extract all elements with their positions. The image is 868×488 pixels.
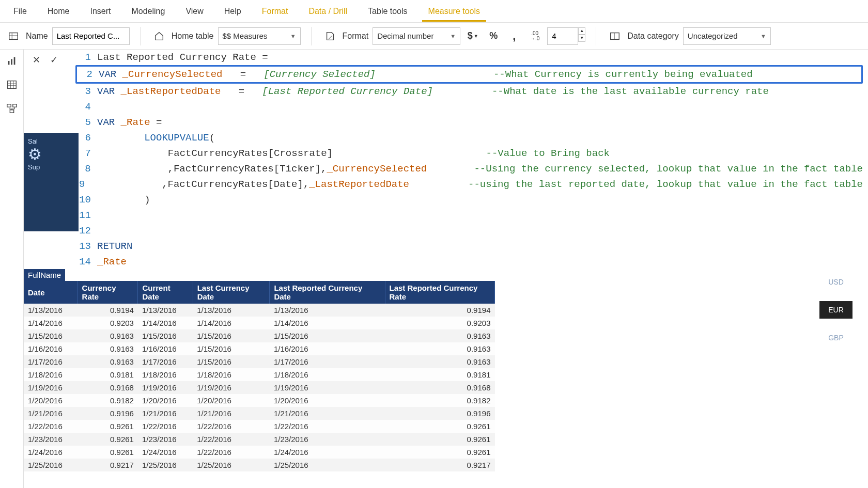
- code-line[interactable]: 12: [75, 223, 863, 239]
- line-number: 2: [77, 67, 99, 82]
- cell: 0.9163: [385, 342, 495, 355]
- menu-insert[interactable]: Insert: [80, 2, 121, 21]
- cell: 1/19/2016: [270, 381, 385, 394]
- table-row[interactable]: 1/14/20160.92031/14/20161/14/20161/14/20…: [24, 317, 495, 329]
- report-thumbnail[interactable]: Sal ⚙ Sup: [24, 133, 79, 231]
- column-header[interactable]: Last Reported Currency Rate: [385, 281, 495, 304]
- table-row[interactable]: 1/16/20160.91631/16/20161/15/20161/16/20…: [24, 342, 495, 355]
- code-line[interactable]: 14_Rate: [75, 254, 863, 270]
- dax-editor[interactable]: 1Last Reported Currency Rate =2VAR _Curr…: [75, 50, 863, 269]
- code-line[interactable]: 10 ): [75, 192, 863, 208]
- column-header[interactable]: Current Date: [138, 281, 193, 304]
- menu-measure-tools[interactable]: Measure tools: [418, 2, 491, 21]
- menu-data-drill[interactable]: Data / Drill: [298, 2, 358, 21]
- code-line[interactable]: 3VAR _LastReportedDate = [Last Reported …: [75, 84, 863, 99]
- menu-help[interactable]: Help: [214, 2, 252, 21]
- cell: 1/21/2016: [138, 407, 193, 420]
- menu-format[interactable]: Format: [252, 2, 299, 21]
- currency-button[interactable]: $▼: [464, 28, 481, 44]
- menu-file[interactable]: File: [3, 2, 37, 21]
- cell: 0.9217: [385, 459, 495, 471]
- table-row[interactable]: 1/17/20160.91631/17/20161/15/20161/17/20…: [24, 355, 495, 368]
- code-line[interactable]: 6 LOOKUPVALUE(: [75, 130, 863, 146]
- table-row[interactable]: 1/24/20160.92611/24/20161/22/20161/24/20…: [24, 446, 495, 459]
- cell: 1/20/2016: [138, 394, 193, 407]
- decimal-places-input[interactable]: [547, 27, 578, 45]
- line-number: 9: [75, 177, 91, 192]
- line-number: 11: [75, 208, 97, 223]
- slicer-item-gbp[interactable]: GBP: [819, 329, 853, 347]
- cell: 1/24/2016: [24, 446, 78, 459]
- slicer-item-eur[interactable]: EUR: [819, 301, 853, 319]
- table-row[interactable]: 1/20/20160.91821/20/20161/20/20161/20/20…: [24, 394, 495, 407]
- code-line[interactable]: 8 ,FactCurrencyRates[Ticker],_CurrencySe…: [75, 161, 863, 177]
- svg-rect-4: [11, 59, 12, 65]
- commit-formula-button[interactable]: ✓: [45, 52, 62, 68]
- gear-icon: ⚙: [28, 145, 74, 163]
- cell: 1/21/2016: [24, 407, 78, 420]
- menu-view[interactable]: View: [175, 2, 213, 21]
- table-row[interactable]: 1/13/20160.91941/13/20161/13/20161/13/20…: [24, 304, 495, 317]
- decimal-places-icon: .00→.0: [526, 28, 543, 44]
- table-row[interactable]: 1/15/20160.91631/15/20161/15/20161/15/20…: [24, 329, 495, 342]
- line-body: _Rate: [97, 254, 863, 270]
- line-number: 6: [75, 130, 97, 146]
- cell: 1/13/2016: [138, 304, 193, 317]
- category-value: Uncategorized: [688, 32, 738, 40]
- cancel-formula-button[interactable]: ✕: [28, 52, 44, 68]
- separator: [311, 27, 312, 45]
- data-view-icon[interactable]: [5, 77, 19, 92]
- code-line[interactable]: 4: [75, 99, 863, 115]
- menu-home[interactable]: Home: [37, 2, 80, 21]
- code-line[interactable]: 13RETURN: [75, 239, 863, 254]
- line-body: FactCurrencyRates[Crossrate] --Value to …: [97, 146, 863, 161]
- table-row[interactable]: 1/22/20160.92611/22/20161/22/20161/22/20…: [24, 420, 495, 433]
- column-header[interactable]: Currency Rate: [78, 281, 138, 304]
- line-number: 14: [75, 254, 97, 270]
- code-line[interactable]: 11: [75, 208, 863, 223]
- name-label: Name: [26, 32, 48, 41]
- line-body: RETURN: [97, 239, 863, 254]
- report-view-icon[interactable]: [5, 54, 19, 68]
- model-view-icon[interactable]: [5, 101, 19, 116]
- code-line[interactable]: 5VAR _Rate =: [75, 115, 863, 130]
- cell: 0.9261: [78, 433, 138, 446]
- table-visual[interactable]: FullName DateCurrency RateCurrent DateLa…: [24, 269, 495, 488]
- code-line[interactable]: 2VAR _CurrencySelected = [Currency Selec…: [75, 65, 863, 84]
- slicer-item-usd[interactable]: USD: [819, 273, 853, 291]
- cell: 0.9168: [78, 381, 138, 394]
- line-number: 13: [75, 239, 97, 254]
- cell: 1/13/2016: [270, 304, 385, 317]
- column-header[interactable]: Last Currency Date: [193, 281, 270, 304]
- line-number: 4: [75, 99, 97, 115]
- measure-name-input[interactable]: [52, 27, 130, 45]
- column-header[interactable]: Date: [24, 281, 78, 304]
- percent-button[interactable]: %: [485, 28, 502, 44]
- table-row[interactable]: 1/25/20160.92171/25/20161/25/20161/25/20…: [24, 459, 495, 471]
- cell: 0.9163: [385, 355, 495, 368]
- menu-table-tools[interactable]: Table tools: [358, 2, 418, 21]
- svg-rect-6: [7, 81, 16, 89]
- format-select[interactable]: Decimal number▼: [373, 27, 460, 45]
- cell: 1/25/2016: [193, 459, 270, 471]
- table-row[interactable]: 1/18/20160.91811/18/20161/18/20161/18/20…: [24, 368, 495, 381]
- chevron-down-icon: ▼: [290, 33, 296, 39]
- cell: 1/24/2016: [138, 446, 193, 459]
- line-number: 7: [75, 146, 97, 161]
- decimal-spinner[interactable]: ▲▼: [578, 27, 585, 45]
- code-line[interactable]: 9 ,FactCurrencyRates[Date],_LastReported…: [75, 177, 863, 192]
- column-header[interactable]: Last Reported Currency Date: [270, 281, 385, 304]
- data-category-select[interactable]: Uncategorized▼: [683, 27, 771, 45]
- chevron-down-icon: ▼: [450, 33, 456, 39]
- code-line[interactable]: 7 FactCurrencyRates[Crossrate] --Value t…: [75, 146, 863, 161]
- cell: 1/21/2016: [193, 407, 270, 420]
- table-row[interactable]: 1/19/20160.91681/19/20161/19/20161/19/20…: [24, 381, 495, 394]
- line-body: Last Reported Currency Rate =: [97, 50, 863, 65]
- table-row[interactable]: 1/23/20160.92611/23/20161/22/20161/23/20…: [24, 433, 495, 446]
- table-row[interactable]: 1/21/20160.91961/21/20161/21/20161/21/20…: [24, 407, 495, 420]
- menu-modeling[interactable]: Modeling: [121, 2, 175, 21]
- code-line[interactable]: 1Last Reported Currency Rate =: [75, 50, 863, 65]
- home-table-select[interactable]: $$ Measures▼: [218, 27, 301, 45]
- thousands-button[interactable]: ,: [506, 28, 522, 44]
- cell: 1/17/2016: [270, 355, 385, 368]
